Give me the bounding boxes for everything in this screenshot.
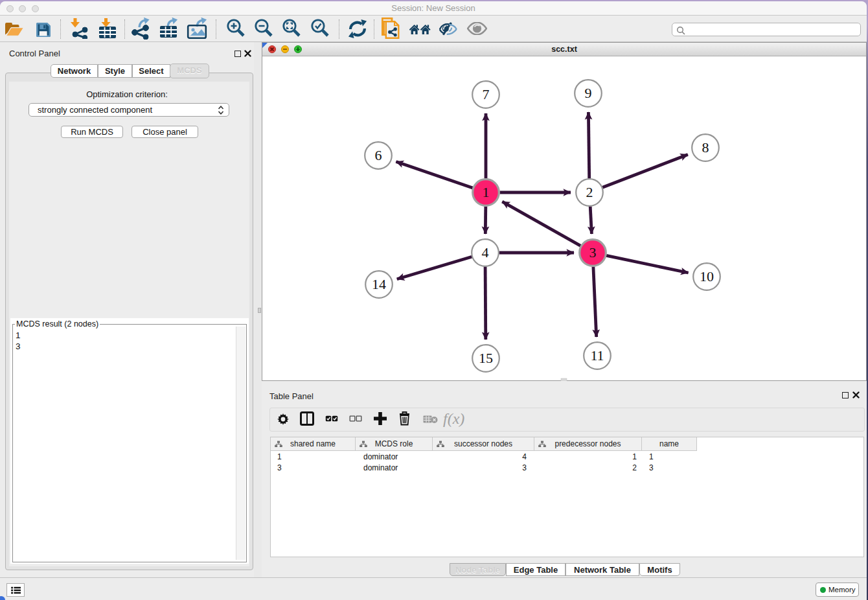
svg-text:2: 2	[586, 184, 593, 200]
svg-text:6: 6	[375, 147, 382, 163]
svg-text:1: 1	[483, 184, 490, 200]
svg-text:9: 9	[585, 85, 592, 101]
svg-text:7: 7	[483, 86, 490, 102]
svg-text:8: 8	[702, 139, 709, 156]
svg-text:10: 10	[700, 268, 714, 284]
svg-text:11: 11	[590, 347, 604, 363]
svg-text:3: 3	[589, 244, 597, 260]
svg-text:4: 4	[482, 244, 489, 260]
svg-text:15: 15	[479, 350, 493, 366]
svg-text:14: 14	[372, 276, 386, 292]
